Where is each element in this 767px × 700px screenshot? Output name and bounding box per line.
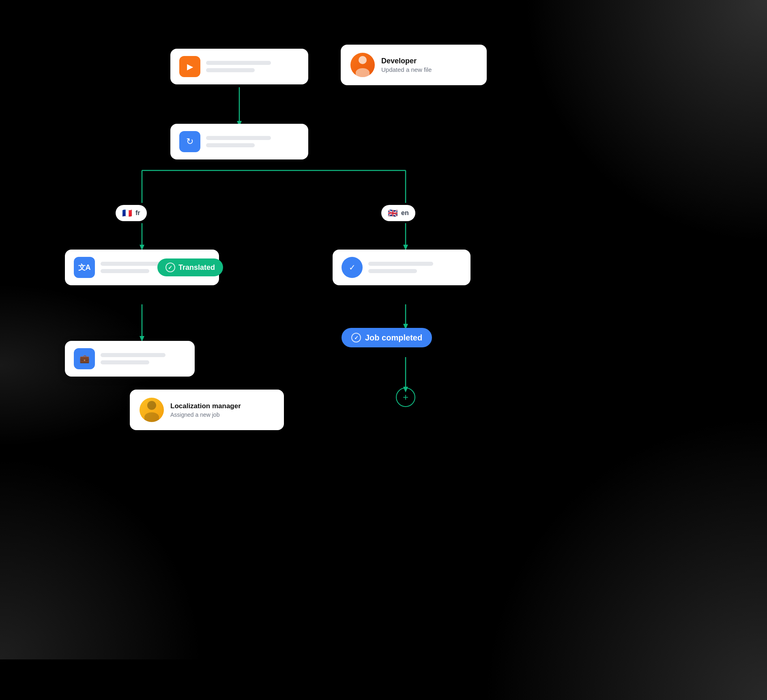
locmanager-notification: Localization manager Assigned a new job [130, 390, 284, 430]
translated-badge: ✓ Translated [157, 258, 223, 276]
line1 [206, 61, 271, 65]
add-button[interactable]: + [396, 388, 415, 407]
line1 [101, 353, 165, 357]
trigger-card-lines [206, 61, 299, 72]
refresh-card-lines [206, 136, 299, 147]
translate-card: 文A ✓ Translated [65, 250, 219, 285]
translated-label: Translated [178, 263, 215, 272]
job-completed-container: ✓ Job completed [342, 328, 432, 347]
job-completed-badge: ✓ Job completed [342, 328, 432, 347]
play-icon: ▶ [179, 56, 200, 77]
locmanager-name: Localization manager [170, 402, 241, 410]
en-flag: 🇬🇧 [388, 208, 398, 218]
briefcase-icon: 💼 [74, 348, 95, 369]
refresh-card: ↻ [170, 124, 308, 159]
line1 [206, 136, 271, 140]
developer-info: Developer Updated a new file [381, 57, 432, 73]
check-card-lines [368, 262, 462, 273]
refresh-icon: ↻ [179, 131, 200, 152]
developer-action: Updated a new file [381, 66, 432, 73]
workflow-scene: ▶ Developer Updated a new file ↻ 🇫🇷 fr 🇬… [41, 24, 690, 674]
developer-avatar [350, 53, 375, 77]
briefcase-card: 💼 [65, 341, 195, 377]
line2 [206, 143, 255, 147]
locmanager-action: Assigned a new job [170, 411, 241, 418]
fr-flag: 🇫🇷 [122, 208, 132, 218]
fr-label: fr [135, 209, 140, 217]
developer-notification: Developer Updated a new file [341, 45, 487, 85]
line2 [368, 269, 417, 273]
developer-name: Developer [381, 57, 432, 65]
check-mark: ✓ [168, 265, 172, 271]
check-icon: ✓ [342, 257, 363, 278]
en-language-badge: 🇬🇧 en [381, 205, 415, 221]
locmanager-avatar [140, 398, 164, 422]
job-completed-label: Job completed [365, 333, 422, 342]
check-card: ✓ [333, 250, 471, 285]
line2 [206, 68, 255, 72]
trigger-card: ▶ [170, 49, 308, 84]
translated-check-icon: ✓ [165, 263, 175, 272]
fr-language-badge: 🇫🇷 fr [116, 205, 147, 221]
job-completed-check-icon: ✓ [351, 333, 361, 342]
line1 [101, 262, 165, 266]
line2 [101, 360, 149, 364]
translate-icon: 文A [74, 257, 95, 278]
en-label: en [401, 209, 409, 217]
line2 [101, 269, 149, 273]
locmanager-info: Localization manager Assigned a new job [170, 402, 241, 418]
briefcase-card-lines [101, 353, 186, 364]
line1 [368, 262, 433, 266]
plus-icon: + [403, 392, 408, 403]
